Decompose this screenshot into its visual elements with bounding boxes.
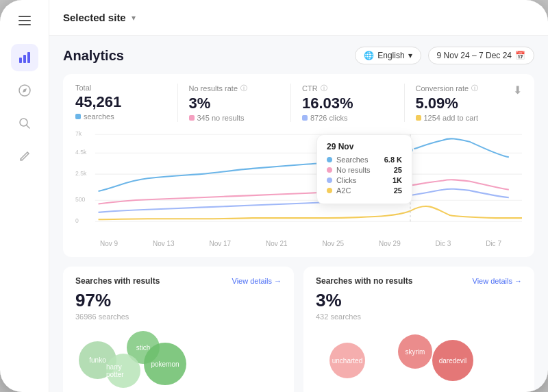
bubble-area-left: funko stich pokemon harry potter xyxy=(75,328,282,389)
sidebar-item-analytics[interactable] xyxy=(11,44,38,71)
language-label: English xyxy=(377,51,404,60)
device-frame: Selected site ▾ Analytics 🌐 English ▾ xyxy=(0,0,548,392)
bottom-right-sub: 432 searches xyxy=(316,313,522,321)
info-icon-2[interactable]: ⓘ xyxy=(321,84,327,93)
tooltip-label-searches: Searches xyxy=(336,156,380,164)
stat-ctr-sub: 8726 clicks xyxy=(302,114,382,122)
chart-x-labels: Nov 9 Nov 13 Nov 17 Nov 21 Nov 25 Nov 29… xyxy=(75,237,522,247)
chart-tooltip: 29 Nov Searches 6.8 K No results 25 xyxy=(316,134,412,204)
divider-3 xyxy=(404,84,405,122)
x-label-4: Nov 25 xyxy=(323,240,345,247)
sidebar-item-design[interactable] xyxy=(11,143,38,170)
date-range-button[interactable]: 9 Nov 24 – 7 Dec 24 📅 xyxy=(428,47,534,64)
stat-noresults-value: 3% xyxy=(189,95,269,112)
calendar-icon: 📅 xyxy=(515,51,525,60)
stat-no-results: No results rate ⓘ 3% 345 no results xyxy=(189,84,280,122)
info-icon-3[interactable]: ⓘ xyxy=(471,84,478,93)
bottom-right-header: Searches with no results View details → xyxy=(316,276,522,286)
tooltip-val-searches: 6.8 K xyxy=(384,156,402,164)
analytics-title: Analytics xyxy=(63,48,124,64)
ctr-dot xyxy=(302,115,308,121)
stat-noresults-sub: 345 no results xyxy=(189,114,269,122)
x-label-0: Nov 9 xyxy=(100,240,118,247)
bottom-right-title: Searches with no results xyxy=(316,276,412,286)
tooltip-dot-clicks xyxy=(327,177,332,183)
tooltip-date: 29 Nov xyxy=(327,142,402,151)
svg-text:4.5k: 4.5k xyxy=(75,149,87,156)
view-details-left[interactable]: View details → xyxy=(232,277,282,285)
analytics-header: Analytics 🌐 English ▾ 9 Nov 24 – 7 Dec 2… xyxy=(63,47,534,64)
info-icon-1[interactable]: ⓘ xyxy=(240,84,247,93)
globe-icon: 🌐 xyxy=(364,51,374,60)
tooltip-label-a2c: A2C xyxy=(336,186,390,195)
bubble-harrypotter: harry potter xyxy=(106,354,140,388)
tooltip-label-clicks: Clicks xyxy=(336,176,388,184)
site-title: Selected site xyxy=(63,12,126,23)
tooltip-val-noresults: 25 xyxy=(394,166,402,174)
svg-rect-2 xyxy=(27,52,30,63)
topbar: Selected site ▾ xyxy=(49,0,548,36)
svg-text:500: 500 xyxy=(75,196,85,203)
svg-text:2.5k: 2.5k xyxy=(75,170,87,177)
divider-1 xyxy=(177,84,178,122)
chart-area: 7k 4.5k 2.5k 500 0 xyxy=(75,127,522,237)
x-label-2: Nov 17 xyxy=(209,240,231,247)
bubble-pokemon: pokemon xyxy=(144,343,186,385)
tooltip-val-clicks: 1K xyxy=(393,176,402,184)
header-controls: 🌐 English ▾ 9 Nov 24 – 7 Dec 24 📅 xyxy=(355,47,534,64)
bubble-area-right: uncharted skyrim daredevil xyxy=(316,328,522,389)
app-container: Selected site ▾ Analytics 🌐 English ▾ xyxy=(0,0,548,392)
x-label-7: Dic 7 xyxy=(486,240,501,247)
svg-text:0: 0 xyxy=(75,217,79,224)
date-range-label: 9 Nov 24 – 7 Dec 24 xyxy=(437,51,512,60)
stat-ctr: CTR ⓘ 16.03% 8726 clicks xyxy=(302,84,393,122)
bottom-left-sub: 36986 searches xyxy=(75,313,282,321)
stat-conversion-label: Conversion rate ⓘ xyxy=(416,84,496,93)
bottom-right-value: 3% xyxy=(316,290,522,311)
hamburger-button[interactable] xyxy=(12,8,37,33)
x-label-1: Nov 13 xyxy=(153,240,175,247)
sidebar-item-search[interactable] xyxy=(11,110,38,137)
noresults-dot xyxy=(189,115,195,121)
conversion-dot xyxy=(416,115,421,121)
bubble-daredevil: daredevil xyxy=(432,340,473,381)
download-button[interactable]: ⬇ xyxy=(513,84,522,97)
stat-total-value: 45,261 xyxy=(75,93,155,111)
tooltip-row-clicks: Clicks 1K xyxy=(327,176,402,184)
tooltip-val-a2c: 25 xyxy=(394,186,402,195)
stat-total: Total 45,261 searches xyxy=(75,84,166,122)
stat-total-sub: searches xyxy=(75,112,155,121)
content-area: Analytics 🌐 English ▾ 9 Nov 24 – 7 Dec 2… xyxy=(49,36,548,392)
tooltip-row-searches: Searches 6.8 K xyxy=(327,156,402,164)
tooltip-row-a2c: A2C 25 xyxy=(327,186,402,195)
bottom-row: Searches with results View details → 97%… xyxy=(63,267,534,392)
tooltip-dot-searches xyxy=(327,157,332,162)
stat-conversion-value: 5.09% xyxy=(416,95,496,112)
stat-ctr-value: 16.03% xyxy=(302,95,382,112)
stat-total-label: Total xyxy=(75,84,155,92)
language-button[interactable]: 🌐 English ▾ xyxy=(355,47,421,64)
svg-rect-0 xyxy=(19,58,22,63)
main-area: Selected site ▾ Analytics 🌐 English ▾ xyxy=(49,0,548,392)
x-label-3: Nov 21 xyxy=(266,240,288,247)
stat-conversion: Conversion rate ⓘ 5.09% 1254 add to cart xyxy=(416,84,507,122)
tooltip-row-noresults: No results 25 xyxy=(327,166,402,174)
sidebar-item-explore[interactable] xyxy=(11,77,38,104)
svg-rect-1 xyxy=(23,55,26,63)
sidebar xyxy=(0,0,49,392)
stat-noresults-label: No results rate ⓘ xyxy=(189,84,269,93)
bubble-skyrim: skyrim xyxy=(398,334,432,369)
stat-conversion-sub: 1254 add to cart xyxy=(416,114,496,122)
stat-ctr-label: CTR ⓘ xyxy=(302,84,382,93)
view-details-right[interactable]: View details → xyxy=(473,277,523,285)
searches-with-no-results-card: Searches with no results View details → … xyxy=(303,267,534,392)
bottom-left-title: Searches with results xyxy=(75,276,160,286)
stats-card: Total 45,261 searches xyxy=(63,74,534,257)
site-chevron[interactable]: ▾ xyxy=(132,13,136,23)
lang-chevron: ▾ xyxy=(408,51,412,60)
divider-2 xyxy=(290,84,291,122)
tooltip-label-noresults: No results xyxy=(336,166,390,174)
svg-line-5 xyxy=(27,125,29,128)
bottom-left-header: Searches with results View details → xyxy=(75,276,282,286)
chart-svg: 7k 4.5k 2.5k 500 0 xyxy=(75,127,522,237)
